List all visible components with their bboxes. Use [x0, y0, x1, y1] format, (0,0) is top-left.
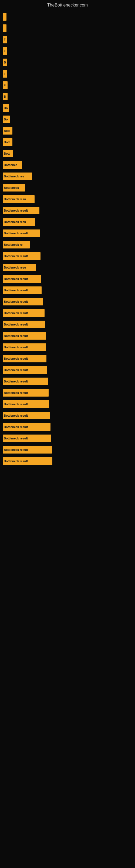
bottleneck-bar: Bottleneck result [3, 343, 46, 351]
bar-label: Bottleneck result [4, 300, 28, 303]
bar-row [3, 23, 135, 33]
bar-row: Bottleneck resu [3, 217, 135, 227]
bar-row: Bo [3, 103, 135, 113]
bottleneck-bar: Bottleneck result [3, 435, 51, 442]
bar-row: F [3, 34, 135, 45]
bar-row: Bottleneck result [3, 274, 135, 284]
bottleneck-bar: Bottleneck result [3, 252, 41, 260]
bar-label: Bottleneck result [4, 414, 28, 417]
bar-row: Bottleneck result [3, 388, 135, 398]
bottleneck-bar: Bottleneck result [3, 457, 52, 465]
bar-label: Bottleneck result [4, 311, 28, 315]
bar-row: Bo [3, 114, 135, 124]
bar-row: Bottleneck result [3, 297, 135, 307]
bottleneck-bar: Bottleneck result [3, 309, 45, 317]
bottleneck-bar: Bottlenec [3, 161, 22, 169]
bar-row: Bottleneck result [3, 353, 135, 364]
bar-label: B [4, 95, 6, 98]
bar-label: Bottleneck result [4, 448, 28, 452]
bottleneck-bar: Bottleneck result [3, 298, 43, 305]
bar-row: B [3, 91, 135, 102]
bottleneck-bar: Bottleneck result [3, 378, 48, 385]
bar-label: Bo [4, 118, 8, 121]
bar-label: B [4, 61, 6, 64]
bottleneck-bar: Bo [3, 104, 9, 112]
bottleneck-bar: F [3, 70, 7, 78]
bar-row: Bottleneck result [3, 376, 135, 386]
bar-row: Bottleneck result [3, 285, 135, 296]
bar-row: B [3, 57, 135, 67]
bottleneck-bar: Bottleneck result [3, 207, 39, 214]
bar-label: Bottleneck result [4, 425, 28, 429]
bar-row: Bottleneck result [3, 456, 135, 466]
bottleneck-bar: Bott [3, 138, 12, 146]
bottleneck-bar: F [3, 36, 7, 43]
bar-row: Bottleneck resu [3, 194, 135, 204]
bottleneck-bar: Bott [3, 127, 12, 134]
bottleneck-bar: Bottleneck result [3, 412, 50, 420]
bottleneck-bar: F [3, 47, 7, 55]
bar-row: Bottlenec [3, 160, 135, 170]
bar-label: Bottleneck resu [4, 266, 26, 269]
bar-row: Bott [3, 148, 135, 159]
bar-label: Bottlenec [4, 163, 17, 166]
bottleneck-bar: Bottleneck resu [3, 264, 36, 271]
bar-row: F [3, 69, 135, 79]
bar-label: Bottleneck res [4, 175, 24, 178]
bar-label: Bo [4, 106, 8, 110]
bar-label: Bottleneck result [4, 346, 28, 349]
bottleneck-bar: Bottleneck result [3, 275, 41, 283]
bar-label: Bottleneck result [4, 209, 28, 212]
bottleneck-bar: Bottleneck resu [3, 195, 35, 203]
bar-row: Bottleneck res [3, 171, 135, 182]
bar-label: Bottleneck result [4, 254, 28, 258]
bar-row: Bottleneck result [3, 365, 135, 375]
bar-row: Bottleneck result [3, 308, 135, 318]
bar-row: Bottleneck result [3, 433, 135, 443]
bar-row: Bottleneck result [3, 422, 135, 432]
bar-label: Bottleneck result [4, 403, 28, 406]
bar-label: Bott [4, 152, 10, 155]
bar-label: Bottleneck result [4, 231, 28, 235]
bottleneck-bar: Bottleneck result [3, 355, 46, 362]
bar-label: Bottleneck result [4, 323, 28, 326]
bar-row [3, 12, 135, 22]
bar-label: Bottleneck result [4, 368, 28, 372]
bar-label: Bottleneck result [4, 380, 28, 383]
bottleneck-bar: Bottleneck res [3, 173, 32, 180]
bottleneck-bar: Bottleneck result [3, 423, 50, 431]
bar-row: E [3, 80, 135, 90]
bottleneck-bar: Bottleneck result [3, 229, 40, 237]
bar-label: Bottleneck re [4, 243, 23, 246]
bottleneck-bar: Bottleneck result [3, 332, 46, 340]
bottleneck-bar: Bottleneck result [3, 389, 49, 397]
bar-label: Bottleneck result [4, 437, 28, 440]
bar-row: Bottleneck result [3, 228, 135, 239]
bottleneck-bar: Bottleneck [3, 184, 25, 191]
bottleneck-bar [3, 24, 6, 32]
bars-container: FFBFEBBoBoBottBottBottBottlenecBottlenec… [0, 9, 135, 467]
bar-row: Bottleneck result [3, 319, 135, 330]
bar-row: F [3, 46, 135, 56]
bottleneck-bar: Bottleneck result [3, 446, 52, 454]
bottleneck-bar: Bottleneck re [3, 241, 30, 248]
bar-label: Bott [4, 129, 10, 132]
bar-label: Bottleneck result [4, 357, 28, 360]
bar-label: Bottleneck result [4, 289, 28, 292]
bar-label: Bott [4, 141, 10, 144]
bar-label: F [4, 38, 6, 41]
bottleneck-bar: Bottleneck result [3, 321, 45, 328]
bar-label: Bottleneck result [4, 334, 28, 337]
bar-row: Bottleneck result [3, 342, 135, 352]
bar-row: Bottleneck result [3, 205, 135, 216]
bottleneck-bar: Bottleneck result [3, 400, 49, 408]
bottleneck-bar: B [3, 59, 7, 66]
bottleneck-bar: Bottleneck result [3, 366, 47, 374]
bar-row: Bottleneck result [3, 399, 135, 409]
bar-label: Bottleneck result [4, 460, 28, 463]
bottleneck-bar: E [3, 82, 8, 89]
bar-row: Bottleneck [3, 183, 135, 193]
bar-label: E [4, 84, 6, 87]
bottleneck-bar: Bott [3, 150, 13, 157]
site-title: TheBottlenecker.com [0, 0, 135, 9]
